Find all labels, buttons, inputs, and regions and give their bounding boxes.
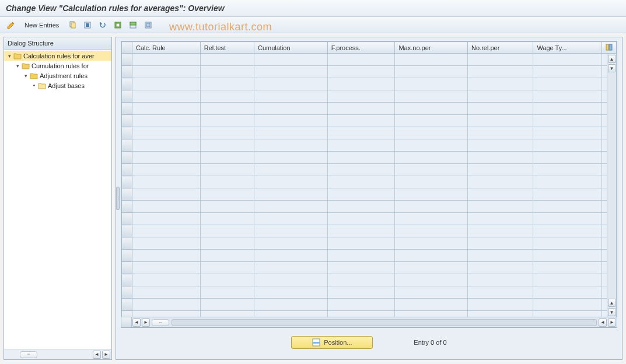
grid-cell[interactable] — [132, 164, 201, 176]
grid-scroll-up[interactable]: ▲ — [608, 55, 616, 63]
grid-cell[interactable] — [533, 176, 602, 188]
grid-cell[interactable] — [200, 225, 254, 237]
grid-row-selector[interactable] — [122, 188, 132, 201]
grid-cell[interactable] — [533, 213, 602, 225]
grid-cell[interactable] — [327, 139, 395, 152]
table-row[interactable] — [122, 78, 617, 90]
grid-row-selector[interactable] — [122, 127, 132, 139]
table-row[interactable] — [122, 188, 617, 201]
grid-cell[interactable] — [200, 176, 254, 188]
grid-cell[interactable] — [395, 188, 468, 201]
grid-cell[interactable] — [254, 213, 327, 225]
grid-column-header[interactable]: Calc. Rule — [132, 42, 201, 54]
grid-cell[interactable] — [468, 225, 533, 237]
grid-cell[interactable] — [200, 152, 254, 164]
grid-scroll-left[interactable]: ◄ — [132, 318, 141, 327]
grid-row-selector[interactable] — [122, 262, 132, 274]
grid-row-selector[interactable] — [122, 213, 132, 225]
grid-cell[interactable] — [200, 90, 254, 103]
grid-cell[interactable] — [395, 139, 468, 152]
grid-cell[interactable] — [327, 152, 395, 164]
table-row[interactable] — [122, 90, 617, 103]
grid-column-header[interactable]: Rel.test — [200, 42, 254, 54]
tree-collapse-icon[interactable]: ▾ — [23, 72, 29, 79]
grid-cell[interactable] — [327, 78, 395, 90]
grid-cell[interactable] — [533, 90, 602, 103]
grid-cell[interactable] — [254, 54, 327, 66]
grid-cell[interactable] — [468, 54, 533, 66]
grid-cell[interactable] — [327, 176, 395, 188]
grid-cell[interactable] — [200, 103, 254, 115]
grid-row-selector[interactable] — [122, 176, 132, 188]
grid-cell[interactable] — [327, 225, 395, 237]
grid-cell[interactable] — [533, 201, 602, 213]
grid-cell[interactable] — [200, 115, 254, 127]
grid-cell[interactable] — [327, 164, 395, 176]
delete-icon[interactable] — [81, 19, 94, 31]
grid-cell[interactable] — [395, 176, 468, 188]
deselect-all-icon[interactable] — [142, 19, 155, 31]
table-row[interactable] — [122, 139, 617, 152]
grid-cell[interactable] — [132, 127, 201, 139]
grid-cell[interactable] — [395, 103, 468, 115]
grid-cell[interactable] — [200, 188, 254, 201]
grid-cell[interactable] — [200, 78, 254, 90]
select-block-icon[interactable] — [127, 19, 139, 31]
table-row[interactable] — [122, 201, 617, 213]
grid-cell[interactable] — [254, 188, 327, 201]
grid-cell[interactable] — [132, 66, 201, 78]
grid-cell[interactable] — [132, 225, 201, 237]
grid-cell[interactable] — [533, 299, 602, 311]
grid-column-header[interactable]: F.process. — [327, 42, 395, 54]
grid-cell[interactable] — [327, 286, 395, 299]
grid-cell[interactable] — [327, 66, 395, 78]
grid-cell[interactable] — [395, 225, 468, 237]
grid-row-selector[interactable] — [122, 78, 132, 90]
table-row[interactable] — [122, 299, 617, 311]
grid-cell[interactable] — [132, 299, 201, 311]
grid-row-selector[interactable] — [122, 299, 132, 311]
grid-cell[interactable] — [468, 213, 533, 225]
grid-cell[interactable] — [468, 237, 533, 250]
grid-cell[interactable] — [132, 103, 201, 115]
grid-cell[interactable] — [468, 127, 533, 139]
grid-scroll-down[interactable]: ▼ — [608, 64, 616, 72]
grid-cell[interactable] — [132, 78, 201, 90]
grid-cell[interactable] — [533, 164, 602, 176]
table-row[interactable] — [122, 213, 617, 225]
grid-cell[interactable] — [468, 139, 533, 152]
grid-cell[interactable] — [200, 299, 254, 311]
grid-scroll-down2[interactable]: ▼ — [608, 308, 616, 316]
grid-cell[interactable] — [468, 66, 533, 78]
table-row[interactable] — [122, 66, 617, 78]
grid-cell[interactable] — [254, 201, 327, 213]
grid-row-selector[interactable] — [122, 103, 132, 115]
grid-cell[interactable] — [533, 78, 602, 90]
tree-item[interactable]: ▾Cumulation rules for — [4, 61, 111, 71]
grid-hscroll-track[interactable] — [172, 319, 597, 326]
grid-scroll-left2[interactable]: ◄ — [599, 318, 607, 327]
table-row[interactable] — [122, 274, 617, 286]
grid-row-selector[interactable] — [122, 250, 132, 262]
grid-cell[interactable] — [468, 90, 533, 103]
table-row[interactable] — [122, 152, 617, 164]
table-row[interactable] — [122, 250, 617, 262]
grid-cell[interactable] — [327, 250, 395, 262]
grid-cell[interactable] — [468, 201, 533, 213]
grid-cell[interactable] — [132, 250, 201, 262]
grid-cell[interactable] — [254, 237, 327, 250]
grid-cell[interactable] — [395, 274, 468, 286]
grid-row-selector[interactable] — [122, 225, 132, 237]
grid-cell[interactable] — [468, 115, 533, 127]
tree-item[interactable]: •Adjust bases — [4, 80, 111, 90]
table-row[interactable] — [122, 176, 617, 188]
grid-cell[interactable] — [533, 115, 602, 127]
grid-cell[interactable] — [533, 225, 602, 237]
grid-cell[interactable] — [395, 299, 468, 311]
tree-item[interactable]: ▾Adjustment rules — [4, 71, 111, 80]
grid-cell[interactable] — [533, 66, 602, 78]
undo-icon[interactable] — [96, 19, 109, 31]
grid-cell[interactable] — [327, 90, 395, 103]
grid-cell[interactable] — [468, 176, 533, 188]
grid-cell[interactable] — [395, 250, 468, 262]
